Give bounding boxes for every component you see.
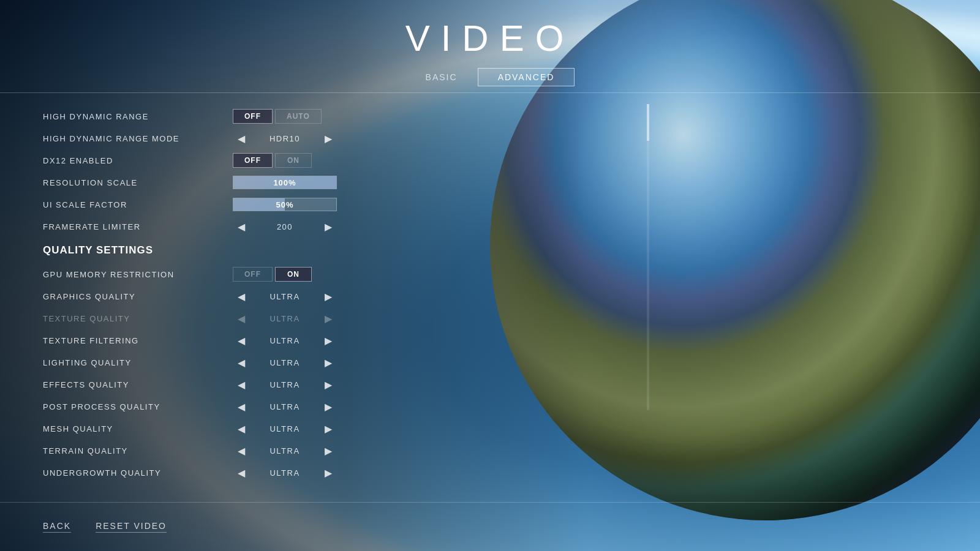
lighting-quality-selector: ◀ ULTRA ▶ — [233, 356, 337, 370]
texture-filtering-next-btn[interactable]: ▶ — [320, 334, 337, 348]
setting-row-texture-quality: TEXTURE QUALITY ◀ ULTRA ▶ — [43, 307, 980, 329]
setting-label-hdr-mode: HIGH DYNAMIC RANGE MODE — [43, 134, 233, 143]
post-process-value: ULTRA — [250, 402, 320, 411]
setting-row-effects-quality: EFFECTS QUALITY ◀ ULTRA ▶ — [43, 373, 980, 395]
hdr-auto-btn[interactable]: AUTO — [275, 109, 322, 124]
quality-settings-header: QUALITY SETTINGS — [43, 238, 980, 263]
setting-label-texture-filtering: TEXTURE FILTERING — [43, 336, 233, 345]
setting-label-terrain-quality: TERRAIN QUALITY — [43, 446, 233, 455]
scrollbar-thumb[interactable] — [647, 104, 649, 141]
texture-quality-selector: ◀ ULTRA ▶ — [233, 312, 337, 326]
setting-row-post-process: POST PROCESS QUALITY ◀ ULTRA ▶ — [43, 395, 980, 418]
terrain-quality-prev-btn[interactable]: ◀ — [233, 444, 250, 458]
texture-filtering-selector: ◀ ULTRA ▶ — [233, 334, 337, 348]
post-process-prev-btn[interactable]: ◀ — [233, 400, 250, 414]
terrain-quality-selector: ◀ ULTRA ▶ — [233, 444, 337, 458]
setting-label-hdr: HIGH DYNAMIC RANGE — [43, 112, 233, 121]
texture-quality-prev-btn[interactable]: ◀ — [233, 312, 250, 326]
gpu-mem-on-btn[interactable]: ON — [275, 267, 312, 282]
ui-scale-slider[interactable]: 50% — [233, 198, 337, 211]
texture-quality-value: ULTRA — [250, 314, 320, 323]
hdr-mode-selector: ◀ HDR10 ▶ — [233, 132, 337, 146]
back-button[interactable]: BACK — [43, 521, 71, 533]
setting-row-hdr: HIGH DYNAMIC RANGE OFF AUTO — [43, 105, 980, 127]
terrain-quality-value: ULTRA — [250, 446, 320, 455]
setting-label-undergrowth-quality: UNDERGROWTH QUALITY — [43, 468, 233, 478]
mesh-quality-prev-btn[interactable]: ◀ — [233, 422, 250, 436]
dx12-off-btn[interactable]: OFF — [233, 153, 273, 168]
reset-video-button[interactable]: RESET VIDEO — [96, 521, 167, 533]
setting-row-lighting-quality: LIGHTING QUALITY ◀ ULTRA ▶ — [43, 351, 980, 373]
setting-label-ui-scale: UI SCALE FACTOR — [43, 200, 233, 209]
main-content: VIDEO BASIC ADVANCED HIGH DYNAMIC RANGE … — [0, 0, 980, 551]
dx12-on-btn[interactable]: ON — [275, 153, 312, 168]
graphics-quality-value: ULTRA — [250, 292, 320, 301]
setting-label-resolution: RESOLUTION SCALE — [43, 178, 233, 187]
setting-label-effects-quality: EFFECTS QUALITY — [43, 380, 233, 389]
setting-row-mesh-quality: MESH QUALITY ◀ ULTRA ▶ — [43, 418, 980, 440]
setting-row-hdr-mode: HIGH DYNAMIC RANGE MODE ◀ HDR10 ▶ — [43, 127, 980, 149]
setting-row-graphics-quality: GRAPHICS QUALITY ◀ ULTRA ▶ — [43, 285, 980, 307]
dx12-toggle: OFF ON — [233, 153, 312, 168]
scrollbar[interactable] — [647, 104, 649, 410]
undergrowth-quality-selector: ◀ ULTRA ▶ — [233, 466, 337, 480]
setting-label-mesh-quality: MESH QUALITY — [43, 424, 233, 433]
texture-filtering-prev-btn[interactable]: ◀ — [233, 334, 250, 348]
mesh-quality-next-btn[interactable]: ▶ — [320, 422, 337, 436]
framerate-next-btn[interactable]: ▶ — [320, 220, 337, 234]
framerate-value: 200 — [250, 222, 320, 231]
ui-scale-value: 50% — [276, 200, 293, 209]
setting-label-framerate: FRAMERATE LIMITER — [43, 222, 233, 231]
setting-label-graphics-quality: GRAPHICS QUALITY — [43, 292, 233, 301]
effects-quality-value: ULTRA — [250, 380, 320, 389]
framerate-selector: ◀ 200 ▶ — [233, 220, 337, 234]
setting-label-dx12: DX12 ENABLED — [43, 156, 233, 165]
gpu-mem-toggle: OFF ON — [233, 267, 312, 282]
undergrowth-quality-next-btn[interactable]: ▶ — [320, 466, 337, 480]
setting-row-resolution: RESOLUTION SCALE 100% — [43, 171, 980, 193]
hdr-mode-next-btn[interactable]: ▶ — [320, 132, 337, 146]
bottom-bar: BACK RESET VIDEO — [0, 502, 980, 551]
hdr-mode-prev-btn[interactable]: ◀ — [233, 132, 250, 146]
lighting-quality-prev-btn[interactable]: ◀ — [233, 356, 250, 370]
lighting-quality-value: ULTRA — [250, 358, 320, 367]
graphics-quality-prev-btn[interactable]: ◀ — [233, 290, 250, 304]
hdr-toggle: OFF AUTO — [233, 109, 322, 124]
setting-row-dx12: DX12 ENABLED OFF ON — [43, 149, 980, 171]
setting-row-texture-filtering: TEXTURE FILTERING ◀ ULTRA ▶ — [43, 329, 980, 351]
effects-quality-prev-btn[interactable]: ◀ — [233, 378, 250, 392]
texture-quality-next-btn[interactable]: ▶ — [320, 312, 337, 326]
resolution-value: 100% — [273, 178, 296, 187]
lighting-quality-next-btn[interactable]: ▶ — [320, 356, 337, 370]
framerate-prev-btn[interactable]: ◀ — [233, 220, 250, 234]
setting-row-gpu-mem: GPU MEMORY RESTRICTION OFF ON — [43, 263, 980, 285]
tab-basic[interactable]: BASIC — [405, 68, 478, 86]
page-title: VIDEO — [405, 17, 575, 59]
hdr-off-btn[interactable]: OFF — [233, 109, 273, 124]
mesh-quality-value: ULTRA — [250, 424, 320, 433]
undergrowth-quality-value: ULTRA — [250, 468, 320, 478]
setting-row-framerate: FRAMERATE LIMITER ◀ 200 ▶ — [43, 216, 980, 238]
gpu-mem-off-btn[interactable]: OFF — [233, 267, 273, 282]
setting-row-terrain-quality: TERRAIN QUALITY ◀ ULTRA ▶ — [43, 440, 980, 462]
terrain-quality-next-btn[interactable]: ▶ — [320, 444, 337, 458]
effects-quality-next-btn[interactable]: ▶ — [320, 378, 337, 392]
setting-label-lighting-quality: LIGHTING QUALITY — [43, 358, 233, 367]
graphics-quality-next-btn[interactable]: ▶ — [320, 290, 337, 304]
texture-filtering-value: ULTRA — [250, 336, 320, 345]
hdr-mode-value: HDR10 — [250, 134, 320, 143]
setting-label-post-process: POST PROCESS QUALITY — [43, 402, 233, 411]
resolution-slider[interactable]: 100% — [233, 176, 337, 189]
post-process-next-btn[interactable]: ▶ — [320, 400, 337, 414]
setting-row-ui-scale: UI SCALE FACTOR 50% — [43, 193, 980, 216]
tab-bar: BASIC ADVANCED — [405, 68, 575, 86]
setting-row-undergrowth-quality: UNDERGROWTH QUALITY ◀ ULTRA ▶ — [43, 462, 980, 484]
settings-panel: HIGH DYNAMIC RANGE OFF AUTO HIGH DYNAMIC… — [0, 93, 980, 484]
mesh-quality-selector: ◀ ULTRA ▶ — [233, 422, 337, 436]
tab-advanced[interactable]: ADVANCED — [478, 68, 575, 86]
effects-quality-selector: ◀ ULTRA ▶ — [233, 378, 337, 392]
setting-label-gpu-mem: GPU MEMORY RESTRICTION — [43, 270, 233, 279]
graphics-quality-selector: ◀ ULTRA ▶ — [233, 290, 337, 304]
undergrowth-quality-prev-btn[interactable]: ◀ — [233, 466, 250, 480]
setting-label-texture-quality: TEXTURE QUALITY — [43, 314, 233, 323]
